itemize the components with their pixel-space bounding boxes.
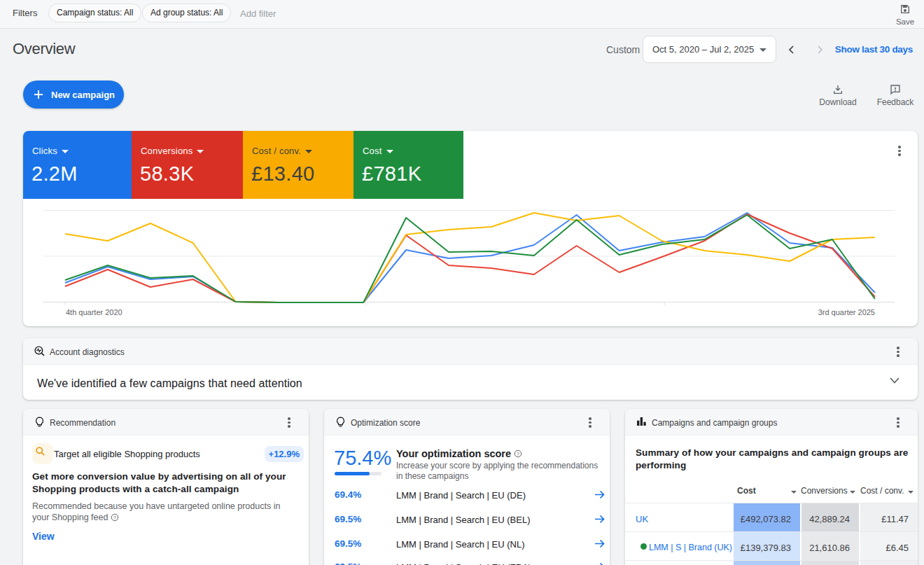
svg-text:?: ?: [113, 515, 116, 520]
svg-text:?: ?: [517, 452, 519, 456]
